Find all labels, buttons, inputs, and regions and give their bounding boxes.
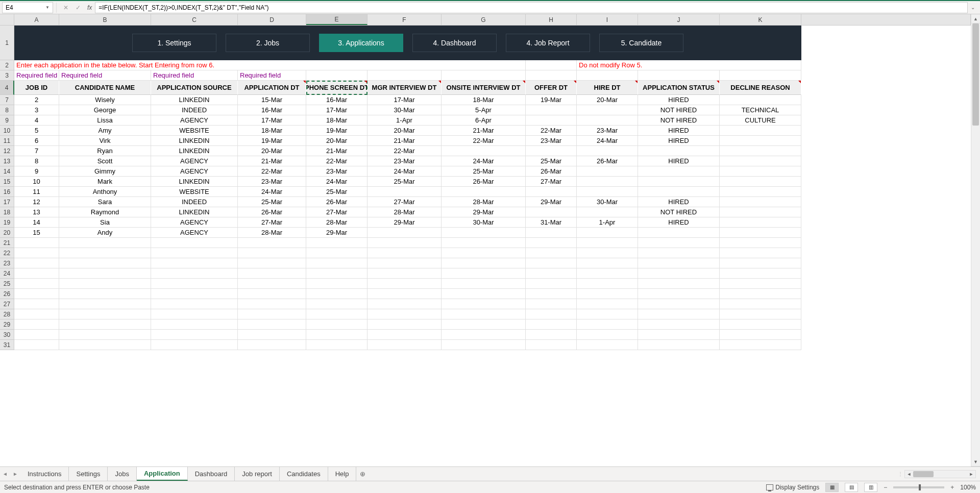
table-cell[interactable]: 28-Mar <box>442 197 526 207</box>
nav-button-1-settings[interactable]: 1. Settings <box>132 34 216 52</box>
cancel-icon[interactable]: ✕ <box>60 4 72 11</box>
empty-cell[interactable] <box>368 330 442 340</box>
column-header-F[interactable]: F <box>368 14 442 25</box>
table-cell[interactable]: NOT HIRED <box>638 115 720 126</box>
empty-cell[interactable] <box>577 330 638 340</box>
table-cell[interactable]: 2 <box>14 95 59 105</box>
table-cell[interactable] <box>720 146 801 156</box>
table-cell[interactable]: 17-Mar <box>368 95 442 105</box>
empty-cell[interactable] <box>638 289 720 299</box>
table-cell[interactable]: 12 <box>14 197 59 207</box>
empty-cell[interactable] <box>14 340 59 350</box>
table-cell[interactable]: 18-Mar <box>442 95 526 105</box>
empty-cell[interactable] <box>151 330 238 340</box>
table-cell[interactable]: TECHNICAL <box>720 105 801 115</box>
empty-cell[interactable] <box>59 299 151 309</box>
empty-cell[interactable] <box>526 289 577 299</box>
empty-cell[interactable] <box>577 268 638 279</box>
table-cell[interactable] <box>442 146 526 156</box>
table-cell[interactable]: AGENCY <box>151 166 238 177</box>
empty-cell[interactable] <box>720 319 801 330</box>
table-cell[interactable]: 27-Mar <box>306 207 368 217</box>
table-cell[interactable]: 28-Mar <box>368 207 442 217</box>
table-cell[interactable]: 21-Mar <box>238 156 306 166</box>
column-header-K[interactable]: K <box>720 14 801 25</box>
table-cell[interactable]: 24-Mar <box>238 187 306 197</box>
empty-cell[interactable] <box>638 330 720 340</box>
table-cell[interactable]: Amy <box>59 126 151 136</box>
column-header-A[interactable]: A <box>14 14 59 25</box>
table-cell[interactable]: HIRED <box>638 95 720 105</box>
empty-cell[interactable] <box>577 258 638 268</box>
hscroll-right-icon[interactable]: ► <box>967 472 975 477</box>
table-cell[interactable] <box>577 207 638 217</box>
table-cell[interactable]: 20-Mar <box>238 146 306 156</box>
table-cell[interactable]: 17-Mar <box>238 115 306 126</box>
row-header-21[interactable]: 21 <box>0 238 14 248</box>
empty-cell[interactable] <box>306 248 368 258</box>
table-cell[interactable] <box>526 228 577 238</box>
table-cell[interactable]: 21-Mar <box>442 126 526 136</box>
empty-cell[interactable] <box>306 289 368 299</box>
empty-cell[interactable] <box>442 289 526 299</box>
table-cell[interactable]: HIRED <box>638 156 720 166</box>
table-header-application-dt[interactable]: APPLICATION DT <box>238 81 306 95</box>
empty-cell[interactable] <box>368 289 442 299</box>
empty-cell[interactable] <box>14 268 59 279</box>
table-cell[interactable] <box>577 187 638 197</box>
table-cell[interactable]: 18-Mar <box>306 115 368 126</box>
empty-cell[interactable] <box>238 238 306 248</box>
empty-cell[interactable] <box>526 299 577 309</box>
enter-icon[interactable]: ✓ <box>72 4 84 11</box>
table-cell[interactable]: 6-Apr <box>442 115 526 126</box>
sheet-tab-help[interactable]: Help <box>328 467 357 481</box>
table-cell[interactable]: 6 <box>14 136 59 146</box>
table-cell[interactable]: 22-Mar <box>368 146 442 156</box>
table-cell[interactable]: 23-Mar <box>577 126 638 136</box>
empty-cell[interactable] <box>442 319 526 330</box>
empty-cell[interactable] <box>368 340 442 350</box>
empty-cell[interactable] <box>442 340 526 350</box>
empty-cell[interactable] <box>14 279 59 289</box>
empty-cell[interactable] <box>638 299 720 309</box>
sheet-tab-candidates[interactable]: Candidates <box>280 467 328 481</box>
empty-cell[interactable] <box>720 309 801 319</box>
empty-cell[interactable] <box>151 309 238 319</box>
table-cell[interactable] <box>577 228 638 238</box>
name-box-dropdown-icon[interactable]: ▼ <box>45 5 50 10</box>
empty-cell[interactable] <box>368 299 442 309</box>
table-cell[interactable] <box>720 228 801 238</box>
empty-cell[interactable] <box>14 258 59 268</box>
column-header-B[interactable]: B <box>59 14 151 25</box>
table-cell[interactable]: 17-Mar <box>306 105 368 115</box>
empty-cell[interactable] <box>720 299 801 309</box>
table-cell[interactable]: Andy <box>59 228 151 238</box>
table-header-candidate-name[interactable]: CANDIDATE NAME <box>59 81 151 95</box>
empty-cell[interactable] <box>442 268 526 279</box>
table-cell[interactable] <box>720 136 801 146</box>
vscroll-thumb[interactable] <box>972 23 979 126</box>
empty-cell[interactable] <box>14 289 59 299</box>
empty-cell[interactable] <box>368 258 442 268</box>
table-cell[interactable]: 3 <box>14 105 59 115</box>
empty-cell[interactable] <box>238 299 306 309</box>
table-cell[interactable]: 25-Mar <box>526 156 577 166</box>
row-header-13[interactable]: 13 <box>0 156 14 166</box>
row-header-16[interactable]: 16 <box>0 187 14 197</box>
row-header-27[interactable]: 27 <box>0 299 14 309</box>
empty-cell[interactable] <box>59 238 151 248</box>
empty-cell[interactable] <box>14 319 59 330</box>
table-cell[interactable]: 23-Mar <box>306 166 368 177</box>
column-header-H[interactable]: H <box>526 14 577 25</box>
empty-cell[interactable] <box>526 238 577 248</box>
empty-cell[interactable] <box>442 299 526 309</box>
hscroll-track[interactable] <box>913 471 967 478</box>
table-cell[interactable]: 28-Mar <box>306 217 368 228</box>
row-header-17[interactable]: 17 <box>0 197 14 207</box>
table-cell[interactable]: LINKEDIN <box>151 207 238 217</box>
nav-button-2-jobs[interactable]: 2. Jobs <box>226 34 310 52</box>
table-cell[interactable]: 10 <box>14 177 59 187</box>
empty-cell[interactable] <box>577 279 638 289</box>
empty-cell[interactable] <box>238 319 306 330</box>
table-cell[interactable]: Sia <box>59 217 151 228</box>
